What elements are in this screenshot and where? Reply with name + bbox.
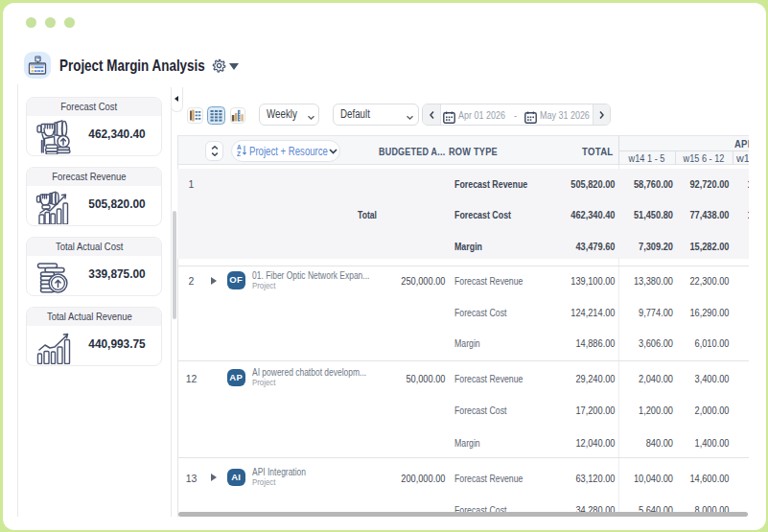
svg-text:Z: Z — [237, 150, 241, 157]
svg-text:A: A — [237, 144, 242, 150]
